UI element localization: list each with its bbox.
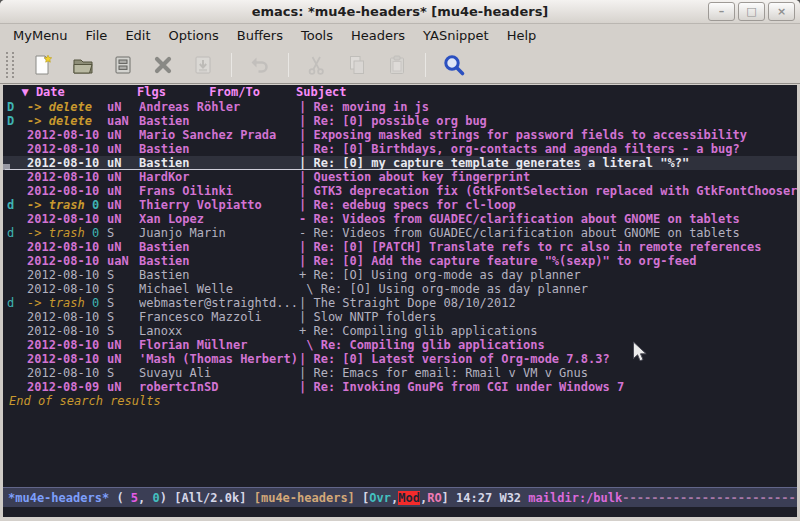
message-row[interactable]: 2012-08-10uaNBastien| Re: [0] Add the ca… xyxy=(3,254,797,268)
subject-cell: - Re: Videos from GUADEC/clarification a… xyxy=(299,212,797,226)
modeline-segment: ) xyxy=(160,491,174,505)
date-cell: 2012-08-10 xyxy=(27,170,107,184)
message-row[interactable]: 2012-08-10SBastien+ Re: [O] Using org-mo… xyxy=(3,268,797,282)
maximize-button[interactable]: □ xyxy=(738,2,765,21)
message-row[interactable]: 2012-08-09uNrobertcInSD| Re: Invoking Gn… xyxy=(3,380,797,394)
date-cell: 2012-08-10 xyxy=(27,338,107,352)
subject-cell: | Re: [0] Birthdays, org-contacts and ag… xyxy=(299,142,797,156)
minimize-button[interactable]: – xyxy=(708,2,735,21)
mark-prefix-cell xyxy=(7,156,27,170)
message-row[interactable]: 2012-08-10SMichael Welle \ Re: [O] Using… xyxy=(3,282,797,296)
message-row[interactable]: 2012-08-10SLanoxx+ Re: Compiling glib ap… xyxy=(3,324,797,338)
echo-area[interactable] xyxy=(3,507,797,517)
toolbar-separator xyxy=(288,53,289,77)
mark-prefix-cell xyxy=(7,240,27,254)
date-cell: -> delete xyxy=(27,114,107,128)
menu-item-help[interactable]: Help xyxy=(498,26,546,45)
from-cell: Thierry Volpiatto xyxy=(139,198,299,212)
message-row[interactable]: 2012-08-10uNFrans Oilinki| GTK3 deprecat… xyxy=(3,184,797,198)
date-cell: 2012-08-10 xyxy=(27,352,107,366)
search-button[interactable] xyxy=(439,50,469,80)
message-row[interactable]: 2012-08-10uNMario Sanchez Prada| Exposin… xyxy=(3,128,797,142)
flags-cell: S xyxy=(107,296,139,310)
modeline-segment: , xyxy=(420,491,427,505)
menu-item-options[interactable]: Options xyxy=(160,26,228,45)
import-button xyxy=(188,50,218,80)
mark-prefix-cell xyxy=(7,184,27,198)
subject-cell: \ Re: [O] Using org-mode as day planner xyxy=(299,282,797,296)
message-row[interactable]: 2012-08-10uNBastien| Re: [0] my capture … xyxy=(3,156,797,170)
menu-item-file[interactable]: File xyxy=(77,26,117,45)
mode-line: *mu4e-headers* ( 5, 0) [All/2.0k] [mu4e-… xyxy=(3,487,797,507)
message-row[interactable]: d-> trash 0Swebmaster@straightd...| The … xyxy=(3,296,797,310)
from-cell: Bastien xyxy=(139,114,299,128)
mark-prefix-cell: D xyxy=(7,114,27,128)
close-button[interactable]: × xyxy=(768,2,795,21)
mark-prefix-cell xyxy=(7,212,27,226)
toolbar xyxy=(0,46,800,84)
message-row[interactable]: 2012-08-10uNFlorian Müllner \ Re: Compil… xyxy=(3,338,797,352)
mark-label: -> trash xyxy=(27,198,85,212)
menu-item-edit[interactable]: Edit xyxy=(116,26,159,45)
date-cell: -> trash 0 xyxy=(27,198,107,212)
date-cell: 2012-08-10 xyxy=(27,324,107,338)
from-cell: Bastien xyxy=(139,254,299,268)
menu-bar: MyMenuFileEditOptionsBuffersToolsHeaders… xyxy=(0,24,800,46)
message-row[interactable]: 2012-08-10uNBastien| Re: [0] [PATCH] Tra… xyxy=(3,240,797,254)
flags-cell: S xyxy=(107,226,139,240)
message-row[interactable]: 2012-08-10SFrancesco Mazzoli| Slow NNTP … xyxy=(3,310,797,324)
from-cell: Bastien xyxy=(139,142,299,156)
modeline-segment: *mu4e-headers* xyxy=(8,491,109,505)
date-cell: 2012-08-10 xyxy=(27,212,107,226)
date-cell: 2012-08-10 xyxy=(27,184,107,198)
message-row[interactable]: d-> trash 0SJuanjo Marin- Re: Videos fro… xyxy=(3,226,797,240)
save-button[interactable] xyxy=(108,50,138,80)
close-file-button[interactable] xyxy=(148,50,178,80)
menu-item-buffers[interactable]: Buffers xyxy=(228,26,292,45)
subject-cell: | Re: Emacs for email: Rmail v VM v Gnus xyxy=(299,366,797,380)
date-cell: 2012-08-10 xyxy=(27,254,107,268)
message-row[interactable]: D-> deleteuNAndreas Röhler| Re: moving i… xyxy=(3,100,797,114)
from-cell: Juanjo Marin xyxy=(139,226,299,240)
headers-column-header[interactable]: ▼ Date Flgs From/To Subject xyxy=(3,85,797,100)
message-row[interactable]: 2012-08-10uNXan Lopez- Re: Videos from G… xyxy=(3,212,797,226)
mark-label: -> delete xyxy=(27,114,92,128)
emacs-window: emacs: *mu4e-headers* [mu4e-headers] – □… xyxy=(0,0,800,521)
toolbar-grip-handle[interactable] xyxy=(6,52,14,78)
from-cell: robertcInSD xyxy=(139,380,299,394)
import-icon xyxy=(191,53,215,77)
message-row[interactable]: 2012-08-10uNHardKor| Question about key … xyxy=(3,170,797,184)
buffer-empty-area xyxy=(3,408,797,487)
subject-cell: + Re: [O] Using org-mode as day planner xyxy=(299,268,797,282)
date-cell: 2012-08-09 xyxy=(27,380,107,394)
mark-prefix-cell: d xyxy=(7,198,27,212)
subject-cell: | Re: Invoking GnuPG from CGI under Wind… xyxy=(299,380,797,394)
from-cell: 'Mash (Thomas Herbert) xyxy=(139,352,299,366)
save-icon xyxy=(111,53,135,77)
message-row[interactable]: d-> trash 0uNThierry Volpiatto| Re: edeb… xyxy=(3,198,797,212)
menu-item-mymenu[interactable]: MyMenu xyxy=(4,26,77,45)
message-row[interactable]: 2012-08-10uNBastien| Re: [0] Birthdays, … xyxy=(3,142,797,156)
open-folder-button[interactable] xyxy=(68,50,98,80)
flags-cell: S xyxy=(107,310,139,324)
undo-button xyxy=(245,50,275,80)
message-row[interactable]: 2012-08-10SSuvayu Ali| Re: Emacs for ema… xyxy=(3,366,797,380)
menu-item-tools[interactable]: Tools xyxy=(292,26,342,45)
mark-prefix-cell xyxy=(7,338,27,352)
modeline-segment: ------------------------------ xyxy=(622,491,797,505)
subject-cell: | Exposing masked strings for password f… xyxy=(299,128,797,142)
mark-prefix-cell xyxy=(7,128,27,142)
flags-cell: uaN xyxy=(107,254,139,268)
modeline-segment: 0 xyxy=(153,491,160,505)
menu-item-headers[interactable]: Headers xyxy=(342,26,414,45)
mark-prefix-cell: d xyxy=(7,296,27,310)
modeline-segment: maildir:/bulk xyxy=(528,491,622,505)
menu-item-yasnippet[interactable]: YASnippet xyxy=(414,26,498,45)
message-row[interactable]: 2012-08-10uN'Mash (Thomas Herbert)| Re: … xyxy=(3,352,797,366)
new-document-button[interactable] xyxy=(28,50,58,80)
title-bar[interactable]: emacs: *mu4e-headers* [mu4e-headers] – □… xyxy=(0,0,800,24)
modeline-segment: ( xyxy=(109,491,131,505)
message-row[interactable]: D-> deleteuaNBastien| Re: [0] possible o… xyxy=(3,114,797,128)
window-controls: – □ × xyxy=(708,2,795,21)
date-cell: -> trash 0 xyxy=(27,226,107,240)
